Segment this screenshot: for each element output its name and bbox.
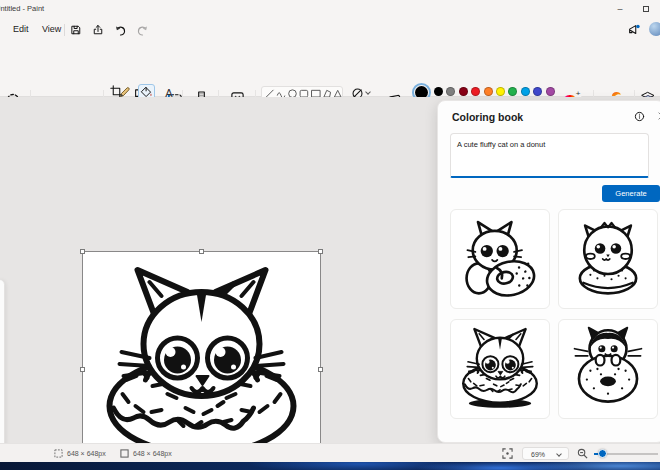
desktop-wallpaper: [0, 462, 660, 470]
statusbar: 648 × 648px 648 × 648px 69%: [0, 443, 660, 462]
palette-row-1: [434, 87, 555, 96]
color-swatch-3F48CC[interactable]: [533, 87, 542, 96]
fit-screen-icon: [502, 448, 513, 459]
color-swatch-ED1C24[interactable]: [471, 87, 480, 96]
thumbnail-4[interactable]: [558, 319, 658, 419]
zoom-out-icon: [577, 448, 588, 459]
zoom-chevron-icon: [556, 451, 562, 457]
selection-handle-ne[interactable]: [318, 249, 323, 254]
zoom-slider-thumb[interactable]: [598, 449, 607, 458]
color-swatch-880015[interactable]: [459, 87, 468, 96]
titlebar: Untitled - Paint –: [0, 0, 660, 18]
color-swatch-000000[interactable]: [434, 87, 443, 96]
maximize-icon: [643, 6, 649, 12]
menu-view[interactable]: View: [37, 22, 66, 36]
color-swatch-FFF200[interactable]: [496, 87, 505, 96]
thumbnail-1-art: [456, 215, 544, 303]
drawing-canvas[interactable]: [83, 252, 320, 470]
left-flyout-panel-edge[interactable]: [0, 279, 5, 462]
window-title: Untitled - Paint: [0, 4, 44, 13]
prompt-input[interactable]: A cute fluffy cat on a donut: [450, 133, 649, 178]
redo-button[interactable]: [134, 22, 150, 38]
zoom-out-button[interactable]: [577, 448, 588, 459]
account-avatar[interactable]: [648, 21, 660, 37]
thumbnail-2-art: [564, 215, 652, 303]
color-swatch-7F7F7F[interactable]: [446, 87, 455, 96]
minimize-button[interactable]: –: [610, 2, 630, 16]
selection-handle-w[interactable]: [80, 367, 85, 372]
cat-donut-artwork: [91, 260, 312, 470]
share-button[interactable]: [90, 22, 106, 38]
thumbnail-4-art: [564, 325, 652, 413]
maximize-button[interactable]: [636, 2, 656, 16]
color-swatch-22B14C[interactable]: [508, 87, 517, 96]
selection-handle-n[interactable]: [199, 249, 204, 254]
feedback-button[interactable]: [626, 22, 642, 38]
save-button[interactable]: [68, 22, 84, 38]
selection-handle-nw[interactable]: [80, 249, 85, 254]
panel-title: Coloring book: [452, 111, 523, 123]
share-icon: [92, 24, 104, 36]
paint-window: Untitled - Paint – Edit View: [0, 0, 660, 462]
menubar: Edit View: [0, 18, 660, 42]
outline-chevron-icon[interactable]: [365, 89, 371, 95]
redo-icon: [136, 24, 149, 37]
menubar-separator: [64, 24, 65, 36]
undo-icon: [114, 24, 127, 37]
thumbnail-1[interactable]: [450, 209, 550, 309]
fit-to-window-button[interactable]: [502, 448, 513, 459]
color-swatch-00A2E8[interactable]: [521, 87, 530, 96]
thumbnail-3[interactable]: [450, 319, 550, 419]
coloring-book-panel: Coloring book A cute fluffy cat on a don…: [437, 100, 660, 443]
color-swatch-A349A4[interactable]: [546, 87, 555, 96]
thumbnail-3-art: [456, 325, 544, 413]
megaphone-icon: [627, 23, 641, 37]
menu-edit[interactable]: Edit: [8, 22, 34, 36]
color-swatch-FF7F27[interactable]: [484, 87, 493, 96]
ribbon: Selection Image Tools Brushes Stickers S…: [0, 42, 660, 97]
thumbnail-2[interactable]: [558, 209, 658, 309]
screen: Untitled - Paint – Edit View: [0, 0, 660, 470]
selection-handle-e[interactable]: [318, 367, 323, 372]
selection-size-icon: [54, 449, 63, 458]
info-button[interactable]: [634, 111, 645, 122]
canvas-size: 648 × 648px: [133, 450, 172, 457]
generate-button[interactable]: Generate: [602, 185, 660, 202]
info-icon: [634, 111, 645, 122]
avatar: [649, 22, 660, 36]
canvas-size-icon: [120, 449, 129, 458]
zoom-level-dropdown[interactable]: 69%: [522, 447, 569, 460]
undo-button[interactable]: [112, 22, 128, 38]
save-icon: [70, 24, 82, 36]
zoom-level-value: 69%: [531, 451, 545, 458]
selection-size: 648 × 648px: [67, 450, 106, 457]
